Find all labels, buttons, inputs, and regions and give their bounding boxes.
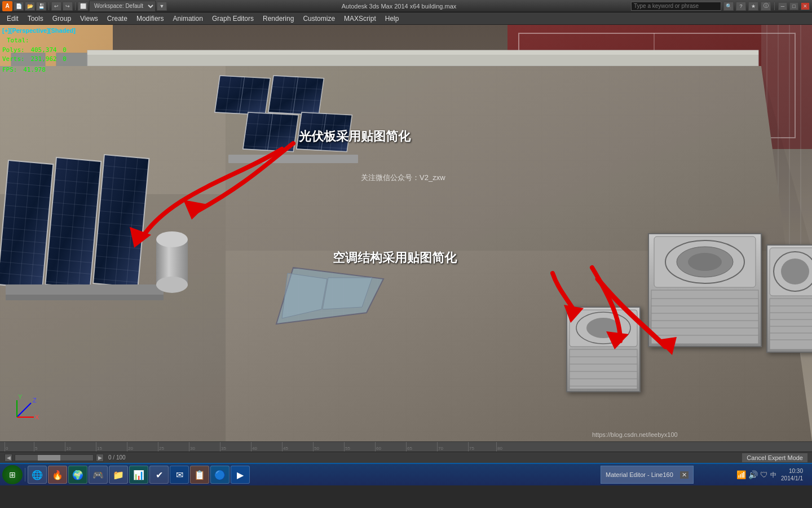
svg-rect-30 (268, 76, 324, 115)
taskbar-folder[interactable]: 📁 (109, 466, 128, 484)
svg-point-71 (781, 259, 809, 284)
menu-modifiers[interactable]: Modifiers (132, 14, 169, 24)
search-btn[interactable]: 🔍 (723, 2, 734, 11)
taskbar-ff[interactable]: 🔥 (48, 466, 67, 484)
polys-label: Polys: (2, 46, 25, 54)
status-bar: ◀ ▶ 0 / 100 Cancel Expert Mode (0, 452, 812, 463)
ruler-15: 15 (96, 442, 102, 452)
viewport-area[interactable]: X Y Z (0, 25, 812, 441)
ruler-45: 45 (282, 442, 288, 452)
menu-create[interactable]: Create (103, 14, 132, 24)
svg-point-60 (688, 253, 722, 271)
svg-rect-21 (87, 50, 758, 55)
svg-text:https://blog.csdn.net/leebyx10: https://blog.csdn.net/leebyx100 (592, 431, 678, 438)
taskbar-pp[interactable]: 📋 (190, 466, 209, 484)
app-logo: A (2, 1, 12, 11)
taskbar: ⊞ 🌐 🔥 🌍 🎮 📁 📊 ✔ ✉ 📋 🔵 ▶ Material Editor … (0, 463, 812, 485)
start-button[interactable]: ⊞ (2, 465, 23, 484)
help-search-btn[interactable]: ? (736, 2, 746, 11)
polys-value: 405,374 (30, 46, 56, 54)
menu-edit[interactable]: Edit (2, 14, 23, 24)
total-label: Total: (7, 36, 67, 46)
redo-btn[interactable]: ↪ (63, 2, 73, 11)
workspace-icon: ⬜ (78, 2, 88, 11)
sep3 (774, 2, 775, 10)
star-btn[interactable]: ★ (748, 2, 758, 11)
taskbar-3d[interactable]: 🔵 (210, 466, 230, 484)
minimize-btn[interactable]: ─ (778, 2, 787, 10)
taskbar-excel[interactable]: 📊 (129, 466, 148, 484)
material-editor-taskbar[interactable]: Material Editor - Line160 ✕ (601, 466, 694, 484)
menu-graph-editors[interactable]: Graph Editors (208, 14, 258, 24)
verts-label: Verts: (2, 55, 25, 63)
help-btn[interactable]: ⓘ (761, 2, 771, 11)
svg-rect-45 (6, 284, 164, 295)
title-bar: A 📄 📂 💾 ↩ ↪ ⬜ Workspace: Default ▼ Autod… (0, 0, 812, 12)
workspace-arrow[interactable]: ▼ (157, 2, 167, 11)
polys-extra: 0 (63, 46, 67, 54)
menu-animation[interactable]: Animation (169, 14, 208, 24)
system-clock: 10:30 2014/1/1 (779, 467, 805, 482)
clock-time: 10:30 (781, 467, 803, 475)
menu-customize[interactable]: Customize (298, 14, 339, 24)
svg-text:光伏板采用贴图简化: 光伏板采用贴图简化 (298, 129, 411, 143)
app-title: Autodesk 3ds Max 2014 x64 building.max (342, 3, 457, 10)
taskbar-chrome[interactable]: 🌍 (68, 466, 87, 484)
taskbar-ie[interactable]: 🌐 (28, 466, 47, 484)
taskbar-check[interactable]: ✔ (149, 466, 169, 484)
ruler-40: 40 (251, 442, 257, 452)
material-editor-label: Material Editor - Line160 (606, 471, 673, 478)
titlebar-left: A 📄 📂 💾 ↩ ↪ ⬜ Workspace: Default ▼ (2, 1, 167, 12)
clock-date: 2014/1/1 (781, 475, 803, 482)
mat-close[interactable]: ✕ (680, 471, 689, 479)
menu-views[interactable]: Views (76, 14, 103, 24)
fps-value: 41.978 (23, 66, 46, 73)
system-tray: 📶 🔊 🛡 中 10:30 2014/1/1 (732, 467, 810, 482)
menu-rendering[interactable]: Rendering (258, 14, 298, 24)
cancel-expert-btn[interactable]: Cancel Expert Mode (742, 453, 807, 462)
menu-group[interactable]: Group (48, 14, 76, 24)
taskbar-blue1[interactable]: ▶ (231, 466, 250, 484)
new-btn[interactable]: 📄 (14, 2, 24, 11)
fps-label: FPS: (2, 66, 17, 73)
restore-btn[interactable]: □ (789, 2, 798, 10)
menu-bar: Edit Tools Group Views Create Modifiers … (0, 12, 812, 25)
ruler-70: 70 (437, 442, 443, 452)
tray-shield[interactable]: 🛡 (760, 470, 768, 479)
scroll-right-btn[interactable]: ▶ (96, 454, 104, 462)
svg-rect-38 (228, 155, 358, 163)
search-input[interactable] (631, 2, 721, 11)
tray-volume[interactable]: 🔊 (748, 470, 758, 479)
timeline-thumb[interactable] (38, 455, 60, 461)
svg-text:Y: Y (18, 393, 23, 400)
undo-btn[interactable]: ↩ (51, 2, 61, 11)
sep2 (75, 2, 76, 10)
timeline-scrollbar[interactable] (15, 454, 94, 461)
svg-text:关注微信公众号：V2_zxw: 关注微信公众号：V2_zxw (361, 173, 445, 182)
close-btn[interactable]: ✕ (801, 2, 810, 10)
ruler-20: 20 (127, 442, 133, 452)
tray-network[interactable]: 📶 (736, 470, 746, 479)
scene-background: X Y Z (0, 25, 812, 441)
svg-text:Z: Z (33, 397, 37, 404)
svg-text:X: X (35, 414, 39, 421)
workspace-dropdown[interactable]: Workspace: Default (89, 1, 156, 12)
menu-maxscript[interactable]: MAXScript (339, 14, 381, 24)
titlebar-right: 🔍 ? ★ ⓘ ─ □ ✕ (631, 2, 810, 11)
ruler-30: 30 (189, 442, 195, 452)
save-btn[interactable]: 💾 (36, 2, 46, 11)
menu-help[interactable]: Help (381, 14, 404, 24)
sep1 (48, 2, 49, 10)
open-btn[interactable]: 📂 (25, 2, 35, 11)
scroll-position: 0 / 100 (108, 454, 126, 461)
menu-tools[interactable]: Tools (23, 14, 48, 24)
ruler-5: 5 (34, 442, 37, 452)
svg-rect-83 (570, 349, 637, 389)
taskbar-game[interactable]: 🎮 (89, 466, 108, 484)
stats-overlay: Total: Polys: 405,374 0 Verts: 231,962 0… (2, 36, 67, 75)
scroll-left-btn[interactable]: ◀ (5, 454, 12, 462)
tray-lang[interactable]: 中 (770, 471, 776, 479)
ruler-75: 75 (468, 442, 474, 452)
taskbar-mail[interactable]: ✉ (170, 466, 189, 484)
verts-stat: Verts: 231,962 0 (2, 55, 67, 64)
